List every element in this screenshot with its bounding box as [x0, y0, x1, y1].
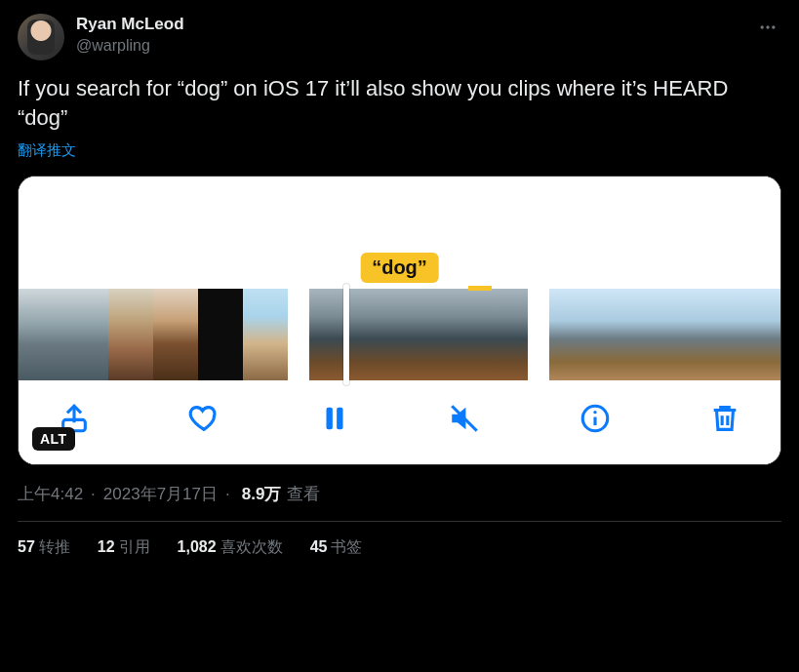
quotes-label: 引用 [119, 538, 150, 555]
bookmarks-count: 45 [310, 538, 328, 555]
display-name: Ryan McLeod [76, 14, 184, 34]
pause-button[interactable] [318, 402, 351, 435]
tweet-header: Ryan McLeod @warpling [18, 14, 781, 60]
more-button[interactable] [754, 14, 781, 41]
quotes-stat[interactable]: 12引用 [98, 537, 150, 558]
thumbnail [594, 289, 639, 380]
quotes-count: 12 [98, 538, 115, 555]
separator [223, 485, 232, 504]
retweets-label: 转推 [39, 538, 70, 555]
svg-point-1 [766, 25, 769, 28]
svg-rect-4 [326, 408, 332, 430]
thumbnail [198, 289, 243, 380]
thumbnail [243, 289, 288, 380]
likes-label: 喜欢次数 [220, 538, 283, 555]
meta-row: 上午4:42 2023年7月17日 8.9万 查看 [18, 483, 781, 505]
clip-group [19, 289, 288, 380]
tweet-text: If you search for “dog” on iOS 17 it’ll … [18, 74, 781, 132]
views-count: 8.9万 [242, 483, 282, 505]
thumbnail [774, 289, 781, 380]
playhead-tick [468, 286, 492, 291]
thumbnail [473, 289, 528, 380]
thumbnail [309, 289, 364, 380]
author-block[interactable]: Ryan McLeod @warpling [76, 14, 184, 56]
views-label: 查看 [287, 483, 320, 505]
mute-icon [448, 402, 481, 435]
bookmarks-label: 书签 [331, 538, 362, 555]
thumbnail [549, 289, 594, 380]
alt-badge[interactable]: ALT [32, 427, 75, 451]
bookmarks-stat[interactable]: 45书签 [310, 537, 363, 558]
thumbnail [364, 289, 419, 380]
avatar[interactable] [18, 14, 64, 60]
search-term-badge: “dog” [360, 253, 439, 283]
translate-link[interactable]: 翻译推文 [18, 141, 781, 160]
thumbnail [108, 289, 153, 380]
handle: @warpling [76, 36, 184, 56]
thumbnail [419, 289, 473, 380]
thumbnail [153, 289, 198, 380]
date[interactable]: 2023年7月17日 [103, 483, 218, 505]
thumbnail [639, 289, 684, 380]
info-icon [579, 402, 612, 435]
thumbnail [19, 289, 63, 380]
thumbnail [684, 289, 729, 380]
retweets-stat[interactable]: 57转推 [18, 537, 70, 558]
clip-group [549, 289, 781, 380]
likes-count: 1,082 [178, 538, 217, 555]
svg-point-9 [593, 411, 596, 414]
like-button[interactable] [187, 402, 220, 435]
playhead[interactable] [343, 284, 349, 385]
media-top: “dog” [19, 177, 780, 289]
svg-point-0 [761, 25, 764, 28]
svg-rect-5 [337, 408, 342, 430]
tweet-container: Ryan McLeod @warpling If you search for … [0, 0, 799, 558]
time[interactable]: 上午4:42 [18, 483, 83, 505]
trash-button[interactable] [708, 402, 741, 435]
media-card[interactable]: “dog” [18, 176, 781, 465]
retweets-count: 57 [18, 538, 35, 555]
more-icon [758, 18, 778, 37]
clip-group [309, 289, 528, 380]
mute-button[interactable] [448, 402, 481, 435]
thumbnail [63, 289, 108, 380]
info-button[interactable] [579, 402, 612, 435]
likes-stat[interactable]: 1,082喜欢次数 [178, 537, 283, 558]
svg-point-2 [772, 25, 775, 28]
engagement-stats: 57转推 12引用 1,082喜欢次数 45书签 [18, 522, 781, 558]
thumbnail [729, 289, 774, 380]
heart-icon [187, 402, 220, 435]
media-toolbar [19, 380, 780, 464]
pause-icon [318, 402, 351, 435]
video-timeline[interactable] [19, 289, 780, 380]
trash-icon [708, 402, 741, 435]
separator [89, 485, 98, 504]
